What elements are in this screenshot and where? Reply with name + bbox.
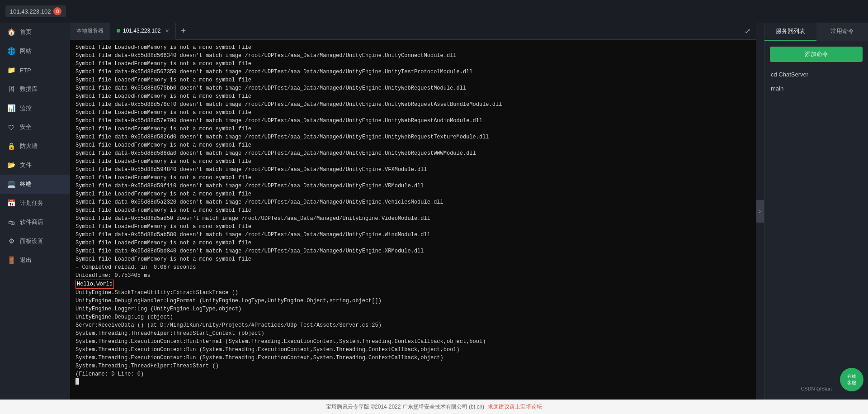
right-tab-server-label: 服务器列表 [776,28,805,34]
footer: 宝塔腾讯云专享版 ©2014-2022 广东堡塔安全技术有限公司 (bt.cn)… [0,400,868,414]
tab-bar: 本地服务器 101.43.223.102 × + ⤢ [70,23,756,40]
terminal-wrapper: Symbol file LoadedFromMemory is not a mo… [70,40,756,400]
sidebar-label-ftp: FTP [20,67,31,74]
home-icon: 🏠 [7,28,15,36]
sidebar-label-database: 数据库 [20,85,38,93]
server-ip-text: 101.43.223.102 [10,8,51,15]
files-icon: 📂 [7,161,15,169]
add-command-button[interactable]: 添加命令 [770,47,863,62]
tasks-icon: 📅 [7,199,15,207]
sidebar-item-logout[interactable]: 🚪 退出 [0,251,70,270]
terminal-output[interactable]: Symbol file LoadedFromMemory is not a mo… [70,40,756,400]
right-panel-tabs: 服务器列表 常用命令 [764,23,868,41]
sidebar-label-logout: 退出 [20,256,32,264]
command-item-main[interactable]: main [764,81,868,95]
right-tab-common-cmds[interactable]: 常用命令 [816,23,868,41]
sidebar-label-website: 网站 [20,47,32,55]
tab-close-button[interactable]: × [165,27,169,34]
sidebar-toggle-button[interactable]: › [756,200,764,223]
notification-badge: 0 [53,7,61,15]
tab-local-server[interactable]: 本地服务器 [70,23,110,40]
sidebar-item-website[interactable]: 🌐 网站 [0,42,70,61]
chat-line1: 在线 [847,373,856,380]
logout-icon: 🚪 [7,256,15,264]
footer-forum-link[interactable]: 求助建议请上宝塔论坛 [488,403,542,411]
tab-remote-server[interactable]: 101.43.223.102 × [110,23,176,40]
sidebar-label-security: 安全 [20,123,32,131]
sidebar-item-files[interactable]: 📂 文件 [0,156,70,175]
sidebar-label-files: 文件 [20,161,32,169]
panel-icon: ⚙ [7,237,15,245]
security-icon: 🛡 [7,124,15,131]
tab-active-dot [117,29,120,33]
chat-line2: 客服 [847,380,856,386]
software-icon: 🛍 [7,219,15,226]
sidebar-label-home: 首页 [20,28,32,36]
sidebar-label-monitor: 监控 [20,104,32,112]
footer-copyright: 宝塔腾讯云专享版 ©2014-2022 广东堡塔安全技术有限公司 (bt.cn) [326,403,484,411]
terminal-icon: 💻 [7,180,15,188]
monitor-icon: 📊 [7,104,15,112]
chat-widget[interactable]: 在线 客服 [840,368,863,391]
sidebar-label-terminal: 终端 [20,180,32,188]
website-icon: 🌐 [7,47,15,55]
sidebar-label-firewall: 防火墙 [20,142,38,150]
command-item-cd[interactable]: cd ChatServer [764,67,868,81]
sidebar-item-monitor[interactable]: 📊 监控 [0,99,70,118]
tab-local-label: 本地服务器 [76,27,104,35]
sidebar-item-firewall[interactable]: 🔒 防火墙 [0,137,70,156]
ftp-icon: 📁 [7,66,15,74]
sidebar-label-tasks: 计划任务 [20,199,43,207]
tab-remote-label: 101.43.223.102 [123,28,160,34]
sidebar: 🏠 首页 🌐 网站 📁 FTP 🗄 数据库 📊 监控 🛡 安全 🔒 防火墙 � [0,23,70,400]
sidebar-item-terminal[interactable]: 💻 终端 [0,175,70,194]
content-area: 本地服务器 101.43.223.102 × + ⤢ Symbol file L… [70,23,756,400]
sidebar-item-home[interactable]: 🏠 首页 [0,23,70,42]
server-ip-display[interactable]: 101.43.223.102 0 [5,5,66,17]
right-tab-server-list[interactable]: 服务器列表 [764,23,816,41]
sidebar-item-tasks[interactable]: 📅 计划任务 [0,194,70,213]
sidebar-item-database[interactable]: 🗄 数据库 [0,80,70,99]
sidebar-item-ftp[interactable]: 📁 FTP [0,61,70,80]
sidebar-label-software: 软件商店 [20,218,43,226]
csdn-watermark: CSDN @Start [801,386,832,391]
right-panel: 服务器列表 常用命令 添加命令 cd ChatServer main [764,23,868,400]
firewall-icon: 🔒 [7,142,15,150]
sidebar-item-software[interactable]: 🛍 软件商店 [0,213,70,232]
tab-expand-button[interactable]: ⤢ [739,23,756,40]
database-icon: 🗄 [7,86,15,93]
sidebar-item-panel[interactable]: ⚙ 面板设置 [0,232,70,251]
sidebar-label-panel: 面板设置 [20,237,43,245]
sidebar-item-security[interactable]: 🛡 安全 [0,118,70,137]
right-tab-cmds-label: 常用命令 [830,28,854,34]
tab-add-button[interactable]: + [176,23,192,40]
